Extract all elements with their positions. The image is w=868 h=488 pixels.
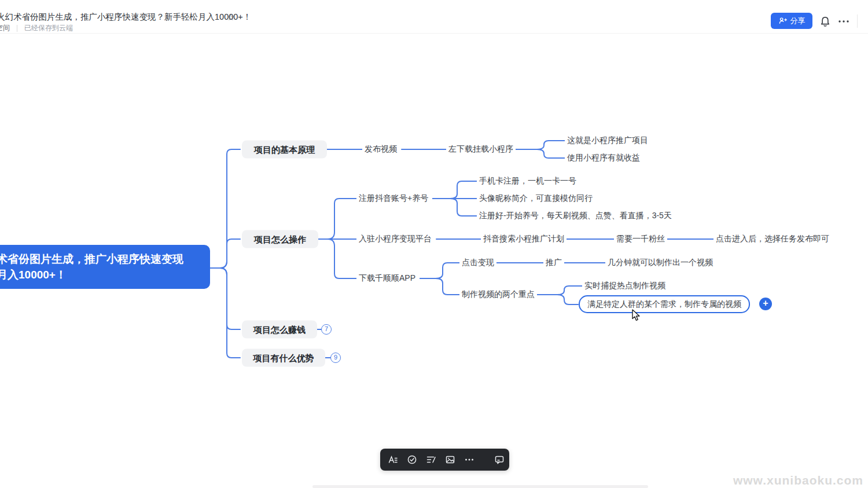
node-register-account[interactable]: 注册抖音账号+养号 — [356, 192, 431, 205]
node-click-monetize[interactable]: 点击变现 — [459, 256, 496, 269]
add-child-node-button[interactable]: + — [759, 298, 772, 310]
floating-toolbar — [380, 449, 509, 471]
node-realtime-hotspot[interactable]: 实时捕捉热点制作视频 — [582, 280, 668, 292]
node-nurture-account[interactable]: 注册好-开始养号，每天刷视频、点赞、看直播，3-5天 — [477, 210, 674, 222]
node-download-app[interactable]: 下载千顺顺APP — [356, 272, 418, 285]
format-icon[interactable] — [388, 454, 398, 465]
comment-icon[interactable] — [494, 454, 505, 465]
watermark: www.xunibaoku.com — [733, 474, 863, 487]
app-window: 火幻术省份图片生成，推广小程序快速变现？新手轻松月入10000+！ ☆ 空间 已… — [0, 0, 868, 488]
node-avatar-nickname[interactable]: 头像昵称简介，可直接模仿同行 — [477, 192, 595, 205]
check-circle-icon[interactable] — [407, 454, 417, 465]
node-two-key-points[interactable]: 制作视频的两个重点 — [459, 288, 537, 301]
selected-node[interactable]: 满足特定人群的某个需求，制作专属的视频 — [579, 295, 750, 313]
topic-advantages[interactable]: 项目有什么优势 — [242, 349, 325, 367]
node-click-enter[interactable]: 点击进入后，选择任务发布即可 — [713, 233, 832, 245]
more-icon[interactable] — [464, 454, 475, 465]
horizontal-scrollbar[interactable] — [312, 485, 648, 488]
node-phone-card[interactable]: 手机卡注册，一机一卡一号 — [477, 175, 579, 188]
node-few-minutes[interactable]: 几分钟就可以制作出一个视频 — [605, 256, 715, 269]
outline-pen-icon[interactable] — [426, 454, 436, 465]
topic-how-to-earn[interactable]: 项目怎么赚钱 — [242, 321, 317, 339]
node-use-income[interactable]: 使用小程序有就收益 — [565, 152, 642, 164]
root-node[interactable]: 术省份图片生成，推广小程序快速变现 月入10000+！ — [0, 245, 210, 289]
root-node-line2: 月入10000+！ — [0, 267, 204, 282]
node-mount-mini-program[interactable]: 左下载挂载小程序 — [446, 143, 516, 156]
node-join-platform[interactable]: 入驻小程序变现平台 — [356, 233, 434, 245]
node-publish-video[interactable]: 发布视频 — [362, 143, 399, 156]
node-douyin-search[interactable]: 抖音搜索小程推广计划 — [481, 233, 567, 245]
collapsed-count-badge-7[interactable]: 7 — [321, 324, 332, 335]
image-icon[interactable] — [445, 454, 455, 465]
topic-how-to-operate[interactable]: 项目怎么操作 — [242, 230, 318, 248]
node-promote[interactable]: 推广 — [543, 256, 564, 269]
collapsed-count-badge-9[interactable]: 9 — [330, 353, 341, 363]
node-promo-project[interactable]: 这就是小程序推广项目 — [565, 134, 650, 147]
root-node-line1: 术省份图片生成，推广小程序快速变现 — [0, 251, 204, 267]
mouse-cursor — [631, 309, 641, 322]
node-need-fans[interactable]: 需要一千粉丝 — [614, 233, 667, 245]
topic-basic-principle[interactable]: 项目的基本原理 — [242, 141, 327, 159]
